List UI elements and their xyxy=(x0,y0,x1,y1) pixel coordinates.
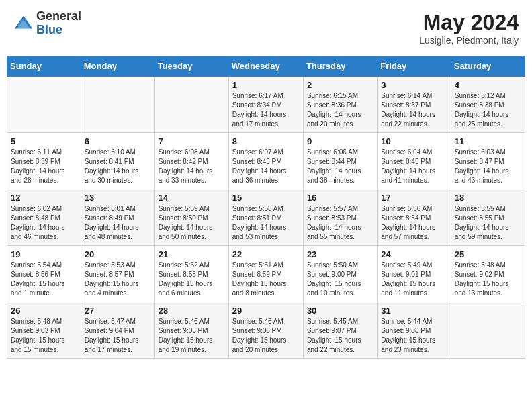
day-number: 6 xyxy=(85,136,151,146)
calendar-day-cell: 15Sunrise: 5:58 AM Sunset: 8:51 PM Dayli… xyxy=(228,189,303,246)
day-info: Sunrise: 5:51 AM Sunset: 8:59 PM Dayligh… xyxy=(232,261,300,298)
calendar-day-cell: 7Sunrise: 6:08 AM Sunset: 8:42 PM Daylig… xyxy=(154,133,228,189)
calendar-day-cell: 1Sunrise: 6:17 AM Sunset: 8:34 PM Daylig… xyxy=(228,77,303,133)
weekday-header: Thursday xyxy=(303,56,377,77)
weekday-header: Saturday xyxy=(451,56,525,77)
day-info: Sunrise: 5:44 AM Sunset: 9:08 PM Dayligh… xyxy=(381,317,447,355)
calendar-day-cell xyxy=(7,77,81,133)
day-number: 5 xyxy=(11,136,77,146)
day-number: 18 xyxy=(455,193,521,203)
weekday-header: Friday xyxy=(378,56,451,77)
calendar-day-cell: 17Sunrise: 5:56 AM Sunset: 8:54 PM Dayli… xyxy=(378,189,451,246)
day-info: Sunrise: 5:56 AM Sunset: 8:54 PM Dayligh… xyxy=(381,204,447,242)
day-number: 30 xyxy=(307,306,373,316)
calendar-day-cell: 12Sunrise: 6:02 AM Sunset: 8:48 PM Dayli… xyxy=(7,189,81,246)
calendar-day-cell: 24Sunrise: 5:49 AM Sunset: 9:01 PM Dayli… xyxy=(378,246,451,302)
calendar-day-cell: 28Sunrise: 5:46 AM Sunset: 9:05 PM Dayli… xyxy=(154,302,228,359)
month-year-title: May 2024 xyxy=(419,10,519,35)
calendar-day-cell: 9Sunrise: 6:06 AM Sunset: 8:44 PM Daylig… xyxy=(303,133,377,189)
day-info: Sunrise: 5:52 AM Sunset: 8:58 PM Dayligh… xyxy=(159,261,225,298)
location-subtitle: Lusiglie, Piedmont, Italy xyxy=(419,35,519,46)
page-header: General Blue May 2024 Lusiglie, Piedmont… xyxy=(7,7,525,49)
day-info: Sunrise: 6:12 AM Sunset: 8:38 PM Dayligh… xyxy=(455,91,521,129)
day-info: Sunrise: 6:11 AM Sunset: 8:39 PM Dayligh… xyxy=(11,148,77,185)
calendar-day-cell: 11Sunrise: 6:03 AM Sunset: 8:47 PM Dayli… xyxy=(451,133,525,189)
day-number: 14 xyxy=(159,193,225,203)
day-info: Sunrise: 5:49 AM Sunset: 9:01 PM Dayligh… xyxy=(381,261,447,298)
day-number: 10 xyxy=(381,136,447,146)
calendar-day-cell: 4Sunrise: 6:12 AM Sunset: 8:38 PM Daylig… xyxy=(451,77,525,133)
day-number: 31 xyxy=(381,306,447,316)
calendar-day-cell xyxy=(154,77,228,133)
day-info: Sunrise: 6:02 AM Sunset: 8:48 PM Dayligh… xyxy=(11,204,77,242)
day-info: Sunrise: 5:46 AM Sunset: 9:06 PM Dayligh… xyxy=(232,317,300,355)
title-block: May 2024 Lusiglie, Piedmont, Italy xyxy=(419,10,519,46)
day-number: 8 xyxy=(232,136,300,146)
calendar-day-cell: 3Sunrise: 6:14 AM Sunset: 8:37 PM Daylig… xyxy=(378,77,451,133)
day-number: 29 xyxy=(232,306,300,316)
calendar-day-cell: 29Sunrise: 5:46 AM Sunset: 9:06 PM Dayli… xyxy=(228,302,303,359)
day-info: Sunrise: 5:54 AM Sunset: 8:56 PM Dayligh… xyxy=(11,261,77,298)
calendar-day-cell: 19Sunrise: 5:54 AM Sunset: 8:56 PM Dayli… xyxy=(7,246,81,302)
logo: General Blue xyxy=(13,10,81,37)
calendar-week-row: 1Sunrise: 6:17 AM Sunset: 8:34 PM Daylig… xyxy=(7,77,525,133)
day-info: Sunrise: 6:03 AM Sunset: 8:47 PM Dayligh… xyxy=(455,148,521,185)
calendar-day-cell: 31Sunrise: 5:44 AM Sunset: 9:08 PM Dayli… xyxy=(378,302,451,359)
calendar-week-row: 12Sunrise: 6:02 AM Sunset: 8:48 PM Dayli… xyxy=(7,189,525,246)
day-info: Sunrise: 6:06 AM Sunset: 8:44 PM Dayligh… xyxy=(307,148,373,185)
calendar-day-cell xyxy=(81,77,154,133)
day-number: 25 xyxy=(455,249,521,259)
calendar-day-cell: 30Sunrise: 5:45 AM Sunset: 9:07 PM Dayli… xyxy=(303,302,377,359)
day-number: 26 xyxy=(11,306,77,316)
day-number: 21 xyxy=(159,249,225,259)
logo-general-text: General xyxy=(36,9,81,23)
weekday-header: Wednesday xyxy=(228,56,303,77)
calendar-day-cell: 21Sunrise: 5:52 AM Sunset: 8:58 PM Dayli… xyxy=(154,246,228,302)
day-number: 19 xyxy=(11,249,77,259)
calendar-day-cell: 13Sunrise: 6:01 AM Sunset: 8:49 PM Dayli… xyxy=(81,189,154,246)
calendar-week-row: 5Sunrise: 6:11 AM Sunset: 8:39 PM Daylig… xyxy=(7,133,525,189)
day-number: 7 xyxy=(159,136,225,146)
calendar-day-cell: 26Sunrise: 5:48 AM Sunset: 9:03 PM Dayli… xyxy=(7,302,81,359)
day-info: Sunrise: 6:17 AM Sunset: 8:34 PM Dayligh… xyxy=(232,91,300,129)
calendar-day-cell: 8Sunrise: 6:07 AM Sunset: 8:43 PM Daylig… xyxy=(228,133,303,189)
day-number: 4 xyxy=(455,80,521,90)
day-info: Sunrise: 5:57 AM Sunset: 8:53 PM Dayligh… xyxy=(307,204,373,242)
calendar-day-cell: 25Sunrise: 5:48 AM Sunset: 9:02 PM Dayli… xyxy=(451,246,525,302)
day-info: Sunrise: 5:53 AM Sunset: 8:57 PM Dayligh… xyxy=(85,261,151,298)
day-info: Sunrise: 6:07 AM Sunset: 8:43 PM Dayligh… xyxy=(232,148,300,185)
calendar-day-cell: 23Sunrise: 5:50 AM Sunset: 9:00 PM Dayli… xyxy=(303,246,377,302)
day-number: 20 xyxy=(85,249,151,259)
calendar-day-cell: 16Sunrise: 5:57 AM Sunset: 8:53 PM Dayli… xyxy=(303,189,377,246)
day-info: Sunrise: 5:47 AM Sunset: 9:04 PM Dayligh… xyxy=(85,317,151,355)
day-info: Sunrise: 5:45 AM Sunset: 9:07 PM Dayligh… xyxy=(307,317,373,355)
day-info: Sunrise: 6:04 AM Sunset: 8:45 PM Dayligh… xyxy=(381,148,447,185)
day-info: Sunrise: 5:50 AM Sunset: 9:00 PM Dayligh… xyxy=(307,261,373,298)
calendar-day-cell: 22Sunrise: 5:51 AM Sunset: 8:59 PM Dayli… xyxy=(228,246,303,302)
day-info: Sunrise: 6:10 AM Sunset: 8:41 PM Dayligh… xyxy=(85,148,151,185)
day-number: 24 xyxy=(381,249,447,259)
day-number: 12 xyxy=(11,193,77,203)
day-info: Sunrise: 6:08 AM Sunset: 8:42 PM Dayligh… xyxy=(159,148,225,185)
day-info: Sunrise: 5:59 AM Sunset: 8:50 PM Dayligh… xyxy=(159,204,225,242)
calendar-week-row: 26Sunrise: 5:48 AM Sunset: 9:03 PM Dayli… xyxy=(7,302,525,359)
calendar-day-cell: 20Sunrise: 5:53 AM Sunset: 8:57 PM Dayli… xyxy=(81,246,154,302)
day-number: 9 xyxy=(307,136,373,146)
day-number: 28 xyxy=(159,306,225,316)
day-info: Sunrise: 5:55 AM Sunset: 8:55 PM Dayligh… xyxy=(455,204,521,242)
day-number: 17 xyxy=(381,193,447,203)
calendar-day-cell: 6Sunrise: 6:10 AM Sunset: 8:41 PM Daylig… xyxy=(81,133,154,189)
calendar-week-row: 19Sunrise: 5:54 AM Sunset: 8:56 PM Dayli… xyxy=(7,246,525,302)
day-number: 11 xyxy=(455,136,521,146)
day-number: 23 xyxy=(307,249,373,259)
day-number: 13 xyxy=(85,193,151,203)
weekday-header: Monday xyxy=(81,56,154,77)
logo-blue-text: Blue xyxy=(36,23,62,36)
day-info: Sunrise: 6:15 AM Sunset: 8:36 PM Dayligh… xyxy=(307,91,373,129)
calendar-day-cell: 18Sunrise: 5:55 AM Sunset: 8:55 PM Dayli… xyxy=(451,189,525,246)
calendar-day-cell: 5Sunrise: 6:11 AM Sunset: 8:39 PM Daylig… xyxy=(7,133,81,189)
calendar-day-cell: 14Sunrise: 5:59 AM Sunset: 8:50 PM Dayli… xyxy=(154,189,228,246)
calendar-day-cell xyxy=(451,302,525,359)
day-number: 27 xyxy=(85,306,151,316)
day-info: Sunrise: 5:48 AM Sunset: 9:02 PM Dayligh… xyxy=(455,261,521,298)
